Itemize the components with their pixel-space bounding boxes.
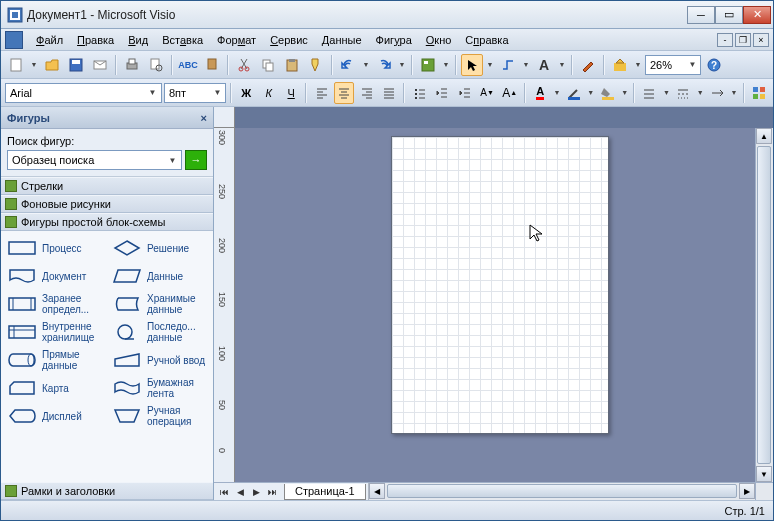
menu-file[interactable]: Файл [29, 32, 70, 48]
menu-service[interactable]: Сервис [263, 32, 315, 48]
scroll-thumb-h[interactable] [387, 484, 737, 498]
italic-button[interactable]: К [258, 82, 278, 104]
scroll-up-button[interactable]: ▲ [756, 128, 772, 144]
shape-process[interactable]: Процесс [3, 235, 106, 261]
underline-button[interactable]: Ч [281, 82, 301, 104]
decrease-font-button[interactable]: A▼ [477, 82, 497, 104]
increase-indent-button[interactable] [454, 82, 474, 104]
new-button[interactable] [5, 54, 27, 76]
menu-help[interactable]: Справка [458, 32, 515, 48]
font-color-dropdown[interactable]: ▼ [552, 89, 561, 96]
menu-format[interactable]: Формат [210, 32, 263, 48]
shape-document[interactable]: Документ [3, 263, 106, 289]
size-input[interactable] [169, 87, 212, 99]
shape-card[interactable]: Карта [3, 375, 106, 401]
zoom-combo[interactable]: ▼ [645, 55, 701, 75]
size-dropdown[interactable]: ▼ [212, 88, 223, 97]
bold-button[interactable]: Ж [236, 82, 256, 104]
menu-data[interactable]: Данные [315, 32, 369, 48]
open-button[interactable] [41, 54, 63, 76]
shape-decision[interactable]: Решение [108, 235, 211, 261]
mdi-minimize[interactable]: - [717, 33, 733, 47]
shape-direct[interactable]: Прямые данные [3, 347, 106, 373]
redo-button[interactable] [373, 54, 395, 76]
first-page-button[interactable]: ⏮ [216, 485, 232, 499]
align-left-button[interactable] [311, 82, 331, 104]
align-center-button[interactable] [334, 82, 355, 104]
align-justify-button[interactable] [379, 82, 399, 104]
fill-color-dropdown[interactable]: ▼ [620, 89, 629, 96]
print-preview-button[interactable] [145, 54, 167, 76]
zoom-dropdown[interactable]: ▼ [687, 60, 698, 69]
drawing-page[interactable] [391, 136, 609, 434]
ink-tool-button[interactable] [577, 54, 599, 76]
paste-button[interactable] [281, 54, 303, 76]
line-pattern-dropdown[interactable]: ▼ [696, 89, 705, 96]
stencil-frames[interactable]: Рамки и заголовки [1, 482, 213, 500]
font-input[interactable] [10, 87, 146, 99]
mdi-restore[interactable]: ❐ [735, 33, 751, 47]
menu-insert[interactable]: Вставка [155, 32, 210, 48]
shape-display[interactable]: Дисплей [3, 403, 106, 429]
redo-dropdown[interactable]: ▼ [397, 61, 407, 68]
scroll-down-button[interactable]: ▼ [756, 466, 772, 482]
shape-search-combo[interactable]: ▼ [7, 150, 182, 170]
menu-edit[interactable]: Правка [70, 32, 121, 48]
decrease-indent-button[interactable] [432, 82, 452, 104]
shape-search-input[interactable] [12, 154, 166, 166]
format-painter-button[interactable] [305, 54, 327, 76]
undo-dropdown[interactable]: ▼ [361, 61, 371, 68]
stencil-arrows[interactable]: Стрелки [1, 177, 213, 195]
bullets-button[interactable] [409, 82, 429, 104]
line-pattern-button[interactable] [673, 82, 693, 104]
shapes-window-button[interactable] [417, 54, 439, 76]
last-page-button[interactable]: ⏭ [264, 485, 280, 499]
fill-dropdown[interactable]: ▼ [633, 61, 643, 68]
page-tab-1[interactable]: Страница-1 [284, 484, 366, 500]
pointer-dropdown[interactable]: ▼ [485, 61, 495, 68]
font-color-button[interactable]: A [530, 82, 550, 104]
menu-shape[interactable]: Фигура [369, 32, 419, 48]
text-tool-button[interactable]: A [533, 54, 555, 76]
new-dropdown[interactable]: ▼ [29, 61, 39, 68]
font-dropdown[interactable]: ▼ [146, 88, 159, 97]
stencil-backgrounds[interactable]: Фоновые рисунки [1, 195, 213, 213]
email-button[interactable] [89, 54, 111, 76]
shapes-dropdown[interactable]: ▼ [441, 61, 451, 68]
drawing-canvas[interactable] [235, 128, 755, 482]
close-button[interactable]: ✕ [743, 6, 771, 24]
shape-predefined[interactable]: Заранее определ... [3, 291, 106, 317]
shape-sequential[interactable]: Последо... данные [108, 319, 211, 345]
connector-dropdown[interactable]: ▼ [521, 61, 531, 68]
fill-color-button[interactable] [597, 82, 617, 104]
shapes-panel-close[interactable]: × [201, 112, 207, 124]
search-go-button[interactable]: → [185, 150, 207, 170]
shape-tape[interactable]: Бумажная лента [108, 375, 211, 401]
connector-tool-button[interactable] [497, 54, 519, 76]
save-button[interactable] [65, 54, 87, 76]
shape-internal[interactable]: Внутренне хранилище [3, 319, 106, 345]
menu-window[interactable]: Окно [419, 32, 459, 48]
font-combo[interactable]: ▼ [5, 83, 162, 103]
minimize-button[interactable]: ─ [687, 6, 715, 24]
shape-manual-input[interactable]: Ручной ввод [108, 347, 211, 373]
search-dropdown[interactable]: ▼ [166, 156, 179, 165]
text-dropdown[interactable]: ▼ [557, 61, 567, 68]
size-combo[interactable]: ▼ [164, 83, 226, 103]
scroll-thumb-v[interactable] [757, 146, 771, 464]
spellcheck-button[interactable]: ABC [177, 54, 199, 76]
menu-view[interactable]: Вид [121, 32, 155, 48]
maximize-button[interactable]: ▭ [715, 6, 743, 24]
pointer-tool-button[interactable] [461, 54, 483, 76]
scroll-right-button[interactable]: ▶ [739, 483, 755, 499]
research-button[interactable] [201, 54, 223, 76]
scroll-left-button[interactable]: ◀ [369, 483, 385, 499]
prev-page-button[interactable]: ◀ [232, 485, 248, 499]
help-button[interactable]: ? [703, 54, 725, 76]
shape-stored[interactable]: Хранимые данные [108, 291, 211, 317]
vertical-ruler[interactable]: 300 250 200 150 100 50 0 [214, 128, 235, 482]
align-right-button[interactable] [356, 82, 376, 104]
shape-manual-op[interactable]: Ручная операция [108, 403, 211, 429]
cut-button[interactable] [233, 54, 255, 76]
line-ends-button[interactable] [707, 82, 727, 104]
